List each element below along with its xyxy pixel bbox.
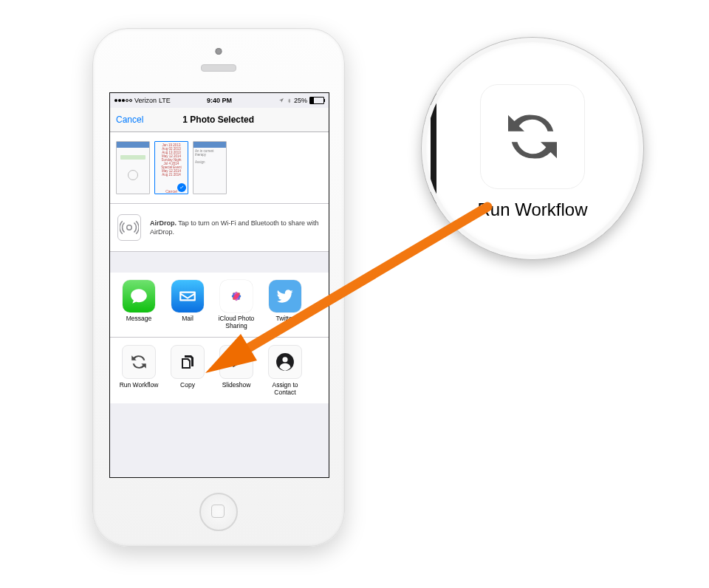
play-icon — [228, 354, 244, 370]
phone-edge-fragment — [431, 75, 436, 222]
screen: Verizon LTE 9:40 PM 25% Cancel 1 Photo S… — [109, 92, 329, 478]
front-camera — [216, 48, 222, 55]
location-icon — [278, 98, 284, 103]
page-title: 1 Photo Selected — [114, 114, 323, 125]
battery-percent-label: 25% — [294, 97, 307, 104]
photo-thumbnail-row[interactable]: Jan 19 2013Aug 02 2013Aug 13 2013May 12 … — [110, 132, 329, 204]
photo-thumbnail[interactable]: An in current therapyAssign — [193, 141, 227, 194]
photo-thumbnail[interactable] — [116, 141, 150, 194]
share-apps-row: Message Mail iCloud Photo Sharing Twitte… — [110, 273, 329, 338]
share-app-twitter[interactable]: Twitter — [264, 280, 306, 329]
iphone-frame: Verizon LTE 9:40 PM 25% Cancel 1 Photo S… — [92, 28, 345, 547]
bluetooth-icon — [287, 98, 292, 104]
magnified-label: Run Workflow — [478, 199, 588, 220]
clock-label: 9:40 PM — [207, 97, 232, 104]
share-action-label: Run Workflow — [120, 381, 159, 389]
action-copy[interactable]: Copy — [166, 345, 209, 396]
selection-checkmark-icon — [177, 183, 186, 192]
share-app-label: iCloud Photo Sharing — [215, 315, 258, 329]
message-icon — [129, 287, 148, 306]
action-run-workflow[interactable]: Run Workflow — [117, 345, 160, 396]
status-bar: Verizon LTE 9:40 PM 25% — [110, 93, 329, 108]
workflow-sync-icon — [500, 104, 565, 169]
battery-icon — [309, 97, 324, 104]
photos-icon — [225, 285, 247, 307]
copy-icon — [179, 353, 196, 371]
share-app-label: Mail — [182, 315, 193, 322]
share-action-label: Slideshow — [222, 381, 251, 389]
action-assign-contact[interactable]: Assign to Contact — [264, 345, 306, 396]
share-app-label: Message — [126, 315, 152, 322]
earpiece-speaker — [201, 64, 236, 72]
airdrop-row[interactable]: AirDrop. Tap to turn on Wi-Fi and Blueto… — [110, 204, 329, 252]
share-app-mail[interactable]: Mail — [166, 280, 209, 329]
share-action-label: Assign to Contact — [264, 381, 306, 396]
action-slideshow[interactable]: Slideshow — [215, 345, 258, 396]
mail-icon — [178, 287, 197, 306]
photo-thumbnail-selected[interactable]: Jan 19 2013Aug 02 2013Aug 13 2013May 12 … — [154, 141, 188, 194]
share-action-label: Copy — [180, 381, 195, 389]
share-app-message[interactable]: Message — [117, 280, 160, 329]
magnifier-callout: Run Workflow — [421, 37, 644, 260]
signal-strength-icon — [114, 99, 132, 102]
contact-icon — [275, 352, 295, 372]
workflow-sync-icon — [129, 352, 148, 372]
carrier-label: Verizon — [134, 97, 157, 104]
network-label: LTE — [159, 97, 171, 104]
airdrop-icon — [117, 214, 141, 241]
svg-point-0 — [127, 225, 132, 230]
share-actions-row: Run Workflow Copy Slideshow Assign to Co… — [110, 338, 329, 403]
share-app-label: Twitter — [275, 315, 294, 322]
svg-point-10 — [282, 357, 287, 362]
share-sheet-header: Cancel 1 Photo Selected — [110, 108, 329, 132]
magnified-action-tile — [480, 84, 585, 189]
share-app-icloud-photos[interactable]: iCloud Photo Sharing — [215, 280, 258, 329]
airdrop-text: AirDrop. Tap to turn on Wi-Fi and Blueto… — [150, 219, 321, 236]
twitter-icon — [275, 287, 295, 306]
home-button[interactable] — [199, 493, 238, 531]
